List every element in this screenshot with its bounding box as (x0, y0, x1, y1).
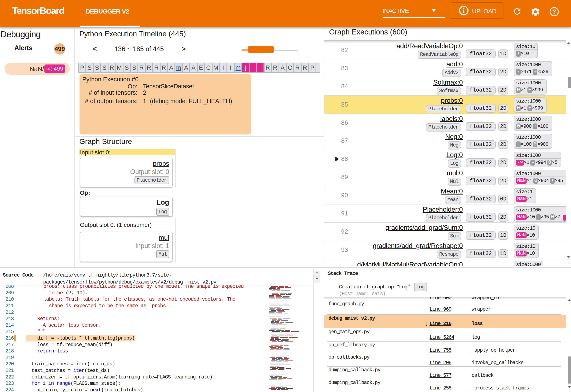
svg-text:?: ? (552, 8, 556, 15)
